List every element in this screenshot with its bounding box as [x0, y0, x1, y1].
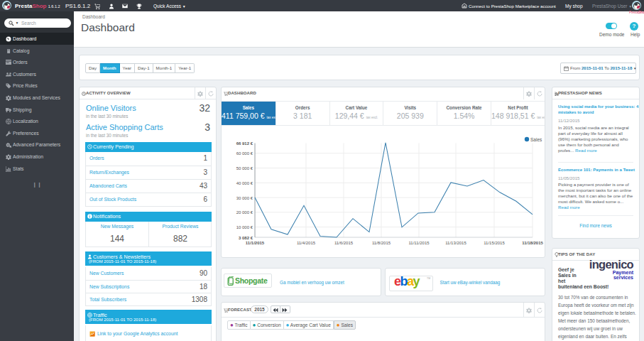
svg-text:40 000 €: 40 000 € — [236, 181, 253, 185]
svg-text:10 000 €: 10 000 € — [236, 225, 253, 229]
svg-text:50 000 €: 50 000 € — [236, 166, 253, 170]
svg-text:66 912 €: 66 912 € — [236, 141, 253, 146]
svg-text:11/6/2015: 11/6/2015 — [334, 241, 354, 245]
svg-text:11/4/2015: 11/4/2015 — [297, 241, 316, 245]
svg-text:60 000 €: 60 000 € — [236, 151, 253, 156]
svg-text:11/15/2015: 11/15/2015 — [484, 241, 505, 245]
svg-text:11/11/2015: 11/11/2015 — [408, 241, 430, 245]
svg-text:11/1/2015: 11/1/2015 — [246, 241, 265, 245]
svg-text:11/18/2015: 11/18/2015 — [522, 241, 543, 245]
svg-text:Sales: Sales — [530, 137, 542, 142]
svg-text:11/13/2015: 11/13/2015 — [445, 241, 466, 245]
svg-text:11/8/2015: 11/8/2015 — [372, 241, 391, 245]
svg-text:20 000 €: 20 000 € — [236, 210, 253, 215]
svg-text:3 082 €: 3 082 € — [239, 236, 253, 240]
svg-text:30 000 €: 30 000 € — [236, 196, 253, 200]
